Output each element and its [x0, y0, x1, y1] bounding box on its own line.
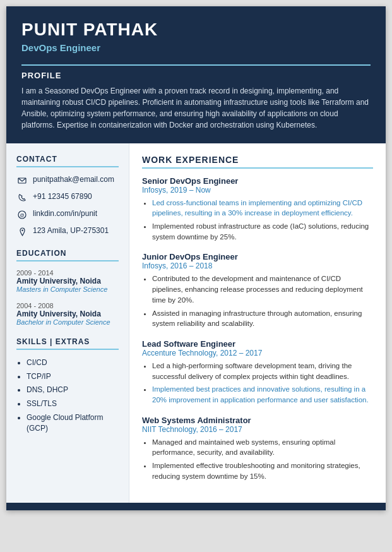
profile-label: PROFILE: [21, 64, 371, 80]
edu-degree-2: Bachelor in Computer Science: [16, 318, 119, 326]
edu-university-2: Amity University, Noida: [16, 309, 119, 318]
profile-section: PROFILE I am a Seasoned DevOps Engineer …: [6, 64, 386, 143]
job-3-title: Lead Software Engineer: [142, 339, 373, 349]
candidate-title: DevOps Engineer: [21, 42, 371, 53]
contact-linkedin: @ linkdin.com/in/punit: [16, 209, 119, 220]
job-4-bullet-2: Implemented effective troubleshooting an…: [152, 460, 373, 481]
work-experience-label: WORK EXPERIENCE: [142, 155, 373, 169]
job-1: Senior DevOps Engineer Infosys, 2019 – N…: [142, 176, 373, 243]
location-icon: [16, 226, 28, 237]
contact-address: 123 Amila, UP-275301: [16, 226, 119, 237]
education-label: EDUCATION: [16, 249, 119, 261]
linkedin-icon: @: [16, 209, 28, 220]
job-2-title: Junior DevOps Engineer: [142, 252, 373, 261]
job-1-bullets: Led cross-functional teams in implementi…: [142, 198, 373, 243]
edu-university-1: Amity University, Noida: [16, 277, 119, 285]
header-section: PUNIT PATHAK DevOps Engineer: [6, 6, 386, 64]
skill-item-3: DNS, DHCP: [27, 385, 119, 395]
profile-text: I am a Seasoned DevOps Engineer with a p…: [21, 85, 371, 131]
job-3-bullet-1: Led a high-performing software developme…: [152, 361, 373, 381]
job-2-bullet-2: Assisted in managing infrastructure thro…: [152, 308, 373, 329]
left-column: CONTACT punitpathak@email.com +91 12345 …: [6, 143, 129, 503]
job-4-title: Web Systems Administrator: [142, 416, 373, 425]
skills-label: SKILLS | EXTRAS: [16, 337, 119, 350]
job-1-company: Infosys, 2019 – Now: [142, 186, 373, 195]
candidate-name: PUNIT PATHAK: [21, 20, 371, 40]
contact-label: CONTACT: [16, 155, 119, 167]
job-1-bullet-2: Implemented robust infrastructure as cod…: [152, 221, 373, 242]
svg-text:@: @: [20, 213, 25, 217]
job-2: Junior DevOps Engineer Infosys, 2016 – 2…: [142, 252, 373, 328]
job-4-bullets: Managed and maintained web systems, ensu…: [142, 437, 373, 482]
job-2-bullet-1: Contributed to the development and maint…: [152, 273, 373, 305]
body-section: CONTACT punitpathak@email.com +91 12345 …: [6, 143, 386, 503]
phone-icon: [16, 192, 28, 203]
footer-bar: [6, 503, 386, 510]
job-3: Lead Software Engineer Accenture Technol…: [142, 339, 373, 405]
svg-point-3: [21, 229, 23, 231]
address-text: 123 Amila, UP-275301: [33, 226, 109, 235]
job-4-company: NIIT Technology, 2016 – 2017: [142, 425, 373, 434]
job-4: Web Systems Administrator NIIT Technolog…: [142, 416, 373, 482]
edu-item-2: 2004 - 2008 Amity University, Noida Bach…: [16, 302, 119, 326]
edu-years-2: 2004 - 2008: [16, 302, 119, 309]
job-3-company: Accenture Technology, 2012 – 2017: [142, 349, 373, 357]
phone-text: +91 12345 67890: [33, 192, 92, 201]
job-3-bullets: Led a high-performing software developme…: [142, 361, 373, 405]
job-1-bullet-1: Led cross-functional teams in implementi…: [152, 198, 373, 219]
linkedin-text: linkdin.com/in/punit: [33, 209, 97, 218]
job-4-bullet-1: Managed and maintained web systems, ensu…: [152, 437, 373, 458]
skill-item-1: CI/CD: [27, 357, 119, 368]
contact-phone: +91 12345 67890: [16, 192, 119, 203]
skill-item-4: SSL/TLS: [27, 399, 119, 409]
edu-item-1: 2009 - 2014 Amity University, Noida Mast…: [16, 269, 119, 293]
job-3-bullet-2: Implemented best practices and innovativ…: [152, 384, 373, 405]
skills-list: CI/CD TCP/IP DNS, DHCP SSL/TLS Google Cl…: [16, 357, 119, 434]
contact-email: punitpathak@email.com: [16, 175, 119, 186]
edu-degree-1: Masters in Computer Science: [16, 285, 119, 293]
job-1-title: Senior DevOps Engineer: [142, 176, 373, 186]
skill-item-5: Google Cloud Platform (GCP): [27, 412, 119, 434]
edu-years-1: 2009 - 2014: [16, 269, 119, 277]
resume-container: PUNIT PATHAK DevOps Engineer PROFILE I a…: [6, 6, 386, 510]
email-icon: [16, 175, 28, 186]
email-text: punitpathak@email.com: [33, 175, 114, 184]
job-2-company: Infosys, 2016 – 2018: [142, 261, 373, 270]
skill-item-2: TCP/IP: [27, 371, 119, 382]
job-2-bullets: Contributed to the development and maint…: [142, 273, 373, 328]
right-column: WORK EXPERIENCE Senior DevOps Engineer I…: [129, 143, 386, 503]
